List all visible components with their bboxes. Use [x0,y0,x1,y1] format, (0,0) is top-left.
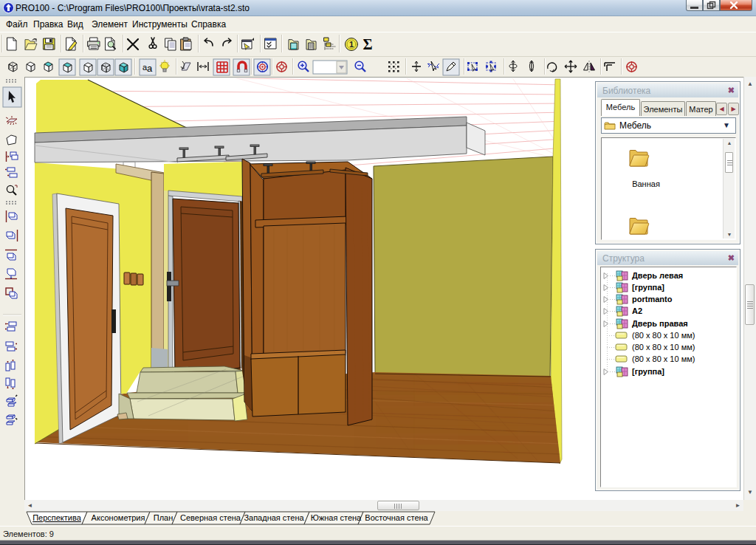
svg-text:Σ: Σ [362,36,372,52]
svg-text:План: План [154,513,173,522]
svg-text:Аксонометрия: Аксонометрия [92,513,145,522]
svg-text:Восточная стена: Восточная стена [365,513,428,522]
svg-text:a: a [147,63,153,74]
svg-text:Перспектива: Перспектива [32,513,82,522]
svg-text:1: 1 [349,40,354,49]
svg-text:Южная стена: Южная стена [311,513,362,522]
svg-text:Западная стена: Западная стена [244,513,304,522]
svg-text:Северная стена: Северная стена [180,513,241,522]
